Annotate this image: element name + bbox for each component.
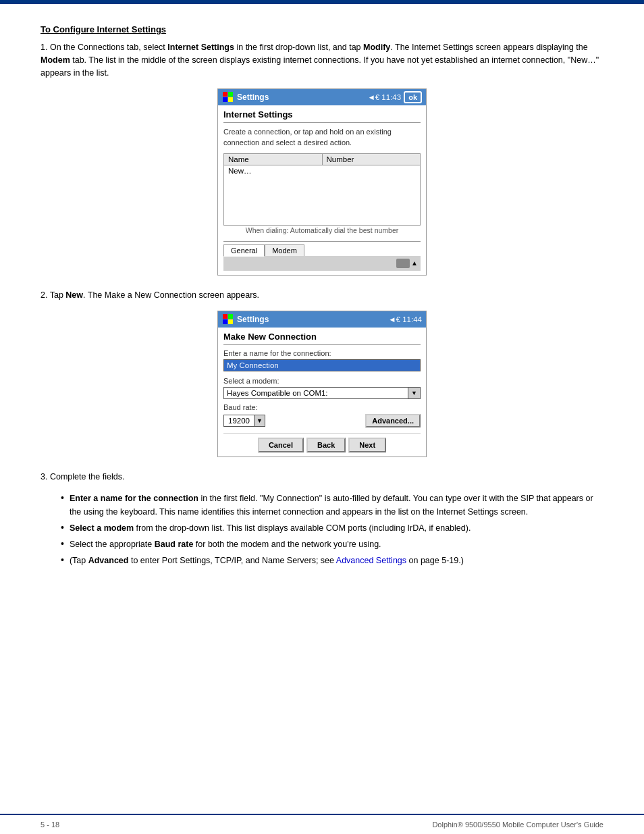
step3-text: Complete the fields. [50,472,124,481]
svg-rect-3 [228,97,233,102]
screen2-body: Make New Connection Enter a name for the… [218,328,426,457]
cancel-button[interactable]: Cancel [258,438,304,452]
step3-number: 3. [41,472,47,481]
screen1-time: ◄€ 11:43 [367,93,401,101]
svg-rect-7 [228,319,233,324]
bullet4-dot: • [61,554,64,567]
col1-header: Name [224,154,323,165]
bullet4-paren-open: (Tap [70,556,88,565]
keyboard-bar: ▲ [223,256,421,271]
connections-list-area: Name Number New… [223,153,421,226]
screen2-title-right: ◄€ 11:44 [388,315,422,323]
bullet1-text: Enter a name for the connection in the f… [70,492,603,519]
step1-bold2: Modify [363,43,390,52]
connection-name-input[interactable] [223,359,421,371]
screen1-title-text: Settings [237,93,269,102]
footer-left: 5 - 18 [41,820,59,829]
step1-text-before: On the Connections tab, select [50,43,167,52]
svg-rect-2 [223,97,227,102]
baud-select-text: 19200 [224,415,254,426]
bullet2-text: Select a modem from the drop-down list. … [70,521,603,535]
next-button[interactable]: Next [348,438,386,452]
bullet3-before: Select the appropriate [70,540,155,549]
dialing-value: Automatically dial the best number [290,226,399,234]
tab-bar: General Modem [223,241,421,256]
bullet1: • Enter a name for the connection in the… [61,492,603,519]
step1-number: 1. [41,43,50,52]
step1-container: 1. On the Connections tab, select Intern… [41,41,603,276]
screen2-title-text: Settings [237,315,269,324]
screen1-title-left: Settings [222,91,269,103]
page: To Configure Internet Settings 1. On the… [0,0,644,834]
footer: 5 - 18 Dolphin® 9500/9550 Mobile Compute… [0,814,644,834]
list-body[interactable]: New… [224,165,420,225]
bullets: • Enter a name for the connection in the… [61,492,603,567]
step2-text-before: Tap [50,290,66,300]
nav-buttons: Cancel Back Next [223,433,421,452]
svg-rect-4 [223,314,227,319]
tab-general[interactable]: General [223,244,265,257]
baud-select[interactable]: 19200 ▼ [223,415,265,427]
baud-row: 19200 ▼ Advanced... [223,414,421,427]
advanced-button[interactable]: Advanced... [365,414,421,427]
label-baud: Baud rate: [223,403,421,411]
windows-flag-icon2 [222,313,234,325]
modem-select[interactable]: Hayes Compatible on COM1: ▼ [223,387,421,399]
step1-bold3: Modem [41,55,70,65]
bullet1-dot: • [61,492,64,519]
bullet3-after: for both the modem and the network you'r… [193,540,381,549]
modem-dropdown-arrow[interactable]: ▼ [408,388,420,398]
step1-text-mid3: tab. The list in the middle of the scree… [41,55,599,78]
bullet3-dot: • [61,538,64,551]
screen1-title-right: ◄€ 11:43 ok [367,91,422,103]
bullet4-text: (Tap Advanced to enter Port Settings, TC… [70,554,603,567]
svg-rect-5 [228,314,233,319]
bullet4-bold: Advanced [88,556,129,565]
bullet3-text: Select the appropriate Baud rate for bot… [70,538,603,551]
advanced-settings-link[interactable]: Advanced Settings [336,556,406,565]
list-item[interactable]: New… [228,167,416,175]
screen1-titlebar: Settings ◄€ 11:43 ok [218,89,426,105]
step1-text: 1. On the Connections tab, select Intern… [41,41,603,79]
keyboard-icon [396,259,410,268]
tab-modem[interactable]: Modem [265,244,304,256]
section-title: To Configure Internet Settings [41,24,603,34]
content: To Configure Internet Settings 1. On the… [0,4,644,600]
bullet4-end: on page 5-19.) [406,556,464,565]
list-header-row: Name Number [224,154,420,165]
label-connection-name: Enter a name for the connection: [223,349,421,357]
bullet3: • Select the appropriate Baud rate for b… [61,538,603,551]
modem-select-text: Hayes Compatible on COM1: [224,388,408,398]
screen1: Settings ◄€ 11:43 ok Internet Settings C… [217,88,427,275]
bullet2-bold: Select a modem [70,523,134,533]
screen1-heading: Internet Settings [223,109,421,123]
bullet2-content: from the drop-down list. This list displ… [136,523,471,533]
step3-container: 3. Complete the fields. • Enter a name f… [41,471,603,567]
step2-container: 2. Tap New. The Make a New Connection sc… [41,289,603,458]
footer-right: Dolphin® 9500/9550 Mobile Computer User'… [432,820,603,829]
step2-text-after: . The Make a New Connection screen appea… [83,290,259,300]
screen1-description: Create a connection, or tap and hold on … [223,127,421,148]
step2-number: 2. [41,290,47,300]
screen2-time: ◄€ 11:44 [388,315,422,323]
bullet1-bold: Enter a name for the connection [70,494,198,503]
svg-rect-6 [223,319,227,324]
dialing-label: When dialing: [246,226,289,234]
screen2-heading: Make New Connection [223,332,421,345]
screen1-body: Internet Settings Create a connection, o… [218,105,426,274]
step1-text-mid1: in the first drop-down list, and tap [234,43,363,52]
back-button[interactable]: Back [306,438,346,452]
screen1-ok-button[interactable]: ok [404,91,422,103]
bullet2: • Select a modem from the drop-down list… [61,521,603,535]
keyboard-arrow: ▲ [411,259,418,267]
step2-bold: New [65,290,83,300]
step1-bold1: Internet Settings [167,43,234,52]
windows-flag-icon [222,91,234,103]
step1-text-mid2: . The Internet Settings screen appears d… [390,43,587,52]
bullet4: • (Tap Advanced to enter Port Settings, … [61,554,603,567]
dialing-info: When dialing: Automatically dial the bes… [223,226,421,236]
svg-rect-0 [223,92,227,97]
baud-dropdown-arrow[interactable]: ▼ [254,415,265,426]
screen2-title-left: Settings [222,313,269,325]
bullet2-dot: • [61,521,64,535]
